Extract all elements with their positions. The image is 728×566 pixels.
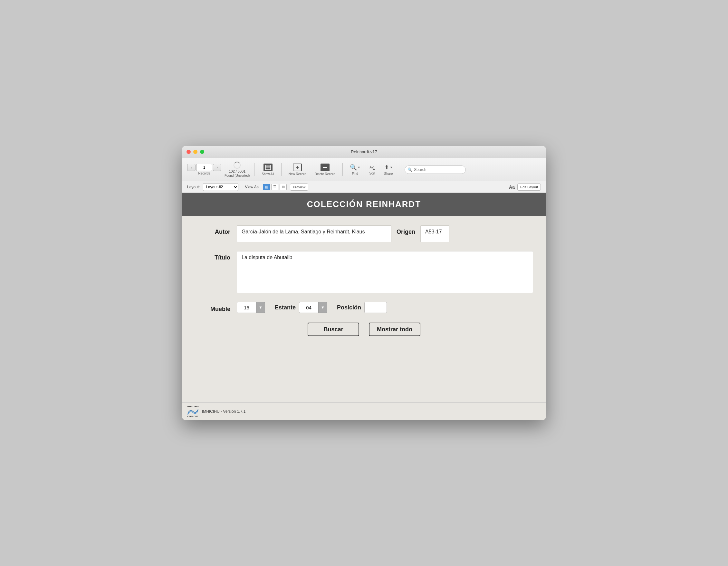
collection-title: COLECCIÓN REINHARDT <box>307 199 421 209</box>
titulo-row: Título La disputa de Abutalib <box>195 251 533 293</box>
new-record-button[interactable]: + New Record <box>286 162 309 177</box>
mueble-row: Mueble ▼ Estante ▼ Posición <box>195 302 533 313</box>
mueble-input[interactable] <box>237 302 256 313</box>
view-as-label: View As: <box>245 185 260 189</box>
font-icon: Aa <box>509 185 515 190</box>
origen-label: Orígen <box>391 226 420 239</box>
search-icon: 🔍 <box>407 168 412 172</box>
status-bar: IMHICIHU CONICET IMHICIHU - Versión 1.7.… <box>182 402 546 420</box>
found-label: Found (Unsorted) <box>225 174 250 178</box>
autor-label: Autor <box>195 226 237 235</box>
divider-2 <box>281 163 282 176</box>
next-record-button[interactable]: › <box>213 164 221 171</box>
find-button[interactable]: 🔍 ▼ Find <box>347 163 363 177</box>
sort-button[interactable]: AZ Sort <box>366 163 378 177</box>
share-label: Share <box>384 172 393 176</box>
layout-label: Layout: <box>187 185 200 189</box>
view-icons-group: ▦ ☰ ⊞ <box>263 184 287 190</box>
preview-button[interactable]: Preview <box>290 184 308 191</box>
titlebar: Reinhardt-v17 <box>182 146 546 158</box>
find-icon-row: 🔍 ▼ <box>350 164 360 171</box>
find-dropdown-arrow: ▼ <box>358 166 360 169</box>
toolbar: ‹ › Records 102 / 5001 Found (Unsorted) <box>182 158 546 181</box>
maximize-button[interactable] <box>200 150 204 154</box>
show-all-button[interactable]: Show All <box>259 162 276 177</box>
titulo-field[interactable]: La disputa de Abutalib <box>237 251 533 293</box>
mueble-label: Mueble <box>195 302 237 312</box>
autor-row: Autor García-Jalón de la Lama, Santiago … <box>195 226 533 242</box>
buttons-row: Buscar Mostrar todo <box>195 322 533 342</box>
imhicihu-logo: IMHICIHU CONICET <box>187 405 199 417</box>
delete-record-label: Delete Record <box>315 172 335 176</box>
records-label: Records <box>198 172 210 175</box>
new-record-icon: + <box>293 164 302 171</box>
sort-icon: AZ <box>369 164 376 171</box>
share-button[interactable]: ⬆ ▼ Share <box>382 163 396 177</box>
posicion-label: Posición <box>337 304 361 311</box>
estante-label: Estante <box>275 304 296 311</box>
navigation-group: ‹ › Records <box>187 164 221 175</box>
main-window: Reinhardt-v17 ‹ › Records 102 / 5001 Fou… <box>182 146 546 420</box>
record-count: 102 / 5001 <box>229 169 245 173</box>
divider-4 <box>400 163 400 176</box>
mueble-dropdown: ▼ <box>237 302 265 313</box>
logo-top-text: IMHICIHU <box>187 405 199 408</box>
origen-field[interactable]: A53-17 <box>420 226 449 242</box>
delete-record-button[interactable]: Delete Record <box>312 162 338 177</box>
form-area: Autor García-Jalón de la Lama, Santiago … <box>182 216 546 402</box>
found-group: 102 / 5001 Found (Unsorted) <box>225 162 250 178</box>
mostrar-todo-button[interactable]: Mostrar todo <box>369 322 420 336</box>
magnifier-icon: 🔍 <box>350 164 357 171</box>
layoutbar-right: Aa Edit Layout <box>509 184 541 191</box>
table-view-button[interactable]: ⊞ <box>280 184 287 190</box>
share-dropdown-arrow: ▼ <box>390 166 393 169</box>
estante-input[interactable] <box>299 302 318 313</box>
autor-origen-group: García-Jalón de la Lama, Santiago y Rein… <box>237 226 449 242</box>
posicion-input[interactable] <box>364 302 387 313</box>
divider-3 <box>342 163 343 176</box>
estante-dropdown: ▼ <box>299 302 327 313</box>
layout-bar: Layout: Layout #2 View As: ▦ ☰ ⊞ Preview… <box>182 181 546 193</box>
mueble-arrow[interactable]: ▼ <box>256 302 265 313</box>
nav-controls: ‹ › <box>187 164 221 171</box>
show-all-icon <box>263 164 273 171</box>
record-number-input[interactable] <box>196 164 212 171</box>
edit-layout-button[interactable]: Edit Layout <box>517 184 541 191</box>
logo-bottom-text: CONICET <box>187 415 199 417</box>
estante-arrow[interactable]: ▼ <box>318 302 327 313</box>
loading-spinner <box>234 162 241 169</box>
version-text: IMHICIHU - Versión 1.7.1 <box>202 409 245 414</box>
new-record-label: New Record <box>289 172 306 176</box>
autor-field[interactable]: García-Jalón de la Lama, Santiago y Rein… <box>237 226 391 242</box>
window-controls <box>187 150 204 154</box>
show-all-label: Show All <box>262 172 274 176</box>
titulo-label: Título <box>195 251 237 261</box>
list-view-button[interactable]: ☰ <box>271 184 278 190</box>
buscar-button[interactable]: Buscar <box>308 322 359 336</box>
prev-record-button[interactable]: ‹ <box>187 164 196 171</box>
divider-1 <box>254 163 254 176</box>
close-button[interactable] <box>187 150 191 154</box>
main-content: COLECCIÓN REINHARDT Autor García-Jalón d… <box>182 193 546 402</box>
svg-rect-0 <box>265 165 271 170</box>
find-label: Find <box>352 172 358 176</box>
form-view-button[interactable]: ▦ <box>263 184 270 190</box>
window-title: Reinhardt-v17 <box>351 149 377 154</box>
svg-text:AZ: AZ <box>369 165 374 169</box>
share-icon: ⬆ <box>384 164 389 171</box>
collection-header: COLECCIÓN REINHARDT <box>182 193 546 216</box>
layout-selector[interactable]: Layout #2 <box>203 183 238 191</box>
logo-svg <box>187 408 199 415</box>
search-wrapper: 🔍 <box>405 166 541 174</box>
share-icon-row: ⬆ ▼ <box>384 164 393 171</box>
minimize-button[interactable] <box>193 150 197 154</box>
search-input[interactable] <box>405 166 466 174</box>
delete-record-icon <box>321 164 330 171</box>
sort-label: Sort <box>369 172 375 175</box>
